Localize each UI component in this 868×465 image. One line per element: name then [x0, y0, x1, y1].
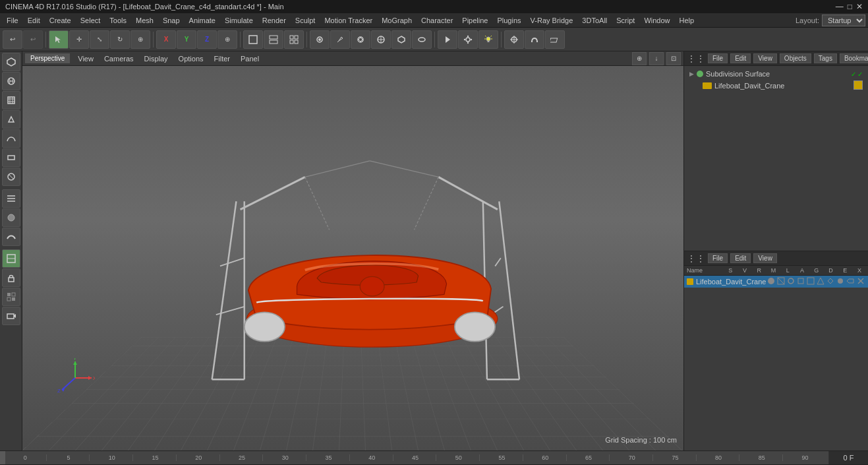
menu-render[interactable]: Render	[258, 15, 290, 26]
menu-edit[interactable]: Edit	[24, 15, 44, 26]
obj-file-btn[interactable]: File	[708, 53, 728, 63]
redo-button[interactable]: ↩	[23, 30, 43, 49]
menu-3dtoall[interactable]: 3DToAll	[578, 15, 611, 26]
viewport-icon-move[interactable]: ⊕	[632, 52, 647, 65]
left-paint-button[interactable]	[2, 91, 20, 109]
view-menu-view[interactable]: View	[75, 53, 96, 64]
undo-button[interactable]: ↩	[3, 30, 22, 49]
render-viewport-button[interactable]	[438, 30, 457, 49]
workplane-button[interactable]	[545, 30, 565, 49]
shape-button[interactable]	[391, 30, 411, 49]
rotate-button[interactable]: ↻	[110, 30, 130, 49]
scene-header: Name S V R M L A G D E X	[684, 266, 868, 276]
obj-item-subdivision[interactable]: ▶ Subdivision Surface ✓ ✓	[687, 69, 865, 79]
menu-animate[interactable]: Animate	[185, 15, 219, 26]
free-transform-button[interactable]: ⊕	[130, 30, 150, 49]
menu-pipeline[interactable]: Pipeline	[458, 15, 492, 26]
tools-group	[310, 30, 432, 49]
select-mode-button[interactable]	[49, 30, 69, 49]
menu-create[interactable]: Create	[45, 15, 75, 26]
menu-tools[interactable]: Tools	[105, 15, 130, 26]
transform-button[interactable]	[371, 30, 391, 49]
left-object-button[interactable]	[2, 110, 20, 129]
view-menu-filter[interactable]: Filter	[212, 53, 233, 64]
axis-x-button[interactable]: X	[156, 30, 176, 49]
menu-mograph[interactable]: MoGraph	[378, 15, 416, 26]
menu-script[interactable]: Script	[612, 15, 639, 26]
perspective-label[interactable]: Perspective	[25, 53, 70, 63]
window-controls: — □ ✕	[836, 2, 863, 11]
menu-file[interactable]: File	[3, 15, 22, 26]
view-menu-display[interactable]: Display	[142, 53, 171, 64]
viewport-4-button[interactable]	[284, 30, 304, 49]
viewport-3d[interactable]: X Y Z Grid Spacing : 100 cm	[22, 66, 683, 450]
left-render2-button[interactable]	[2, 208, 20, 227]
menu-window[interactable]: Window	[640, 15, 674, 26]
obj-check-1: ✓	[851, 71, 856, 78]
obj-folder-icon	[703, 82, 712, 89]
scene-canvas: X Y Z Grid Spacing : 100 cm	[22, 66, 683, 450]
magnet-button[interactable]	[525, 30, 544, 49]
brush-button[interactable]	[351, 30, 370, 49]
axis-z-button[interactable]: Z	[197, 30, 217, 49]
close-button[interactable]: ✕	[856, 2, 863, 11]
menu-motion-tracker[interactable]: Motion Tracker	[320, 15, 376, 26]
left-spline-button[interactable]	[2, 129, 20, 148]
pen-button[interactable]	[330, 30, 350, 49]
scene-col-g	[826, 277, 836, 286]
left-deform-button[interactable]	[2, 148, 20, 167]
menu-help[interactable]: Help	[676, 15, 699, 26]
obj-tags-btn[interactable]: Tags	[814, 53, 837, 63]
menu-snap[interactable]: Snap	[159, 15, 184, 26]
snap-button[interactable]	[504, 30, 524, 49]
obj-bookmarks-btn[interactable]: Bookmarks	[840, 53, 868, 63]
obj-objects-btn[interactable]: Objects	[780, 53, 811, 63]
view-menu-panel[interactable]: Panel	[238, 53, 262, 64]
scene-file-btn[interactable]: File	[708, 253, 728, 263]
svg-rect-48	[9, 278, 14, 282]
viewport-icon-down[interactable]: ↓	[649, 52, 664, 65]
camera-button[interactable]	[310, 30, 330, 49]
menu-select[interactable]: Select	[76, 15, 105, 26]
left-active-tool[interactable]	[2, 249, 20, 268]
render-settings-button[interactable]	[458, 30, 478, 49]
scene-row-lifeboat[interactable]: Lifeboat_Davit_Crane	[684, 276, 868, 288]
scene-edit-btn[interactable]: Edit	[730, 253, 751, 263]
left-model-button[interactable]	[2, 53, 20, 71]
scene-view-btn[interactable]: View	[753, 253, 777, 263]
maximize-button[interactable]: □	[848, 2, 852, 11]
left-lock-button[interactable]	[2, 268, 20, 287]
move-button[interactable]: ✛	[69, 30, 89, 49]
menu-mesh[interactable]: Mesh	[132, 15, 158, 26]
col-x: X	[854, 267, 865, 274]
left-grid2-button[interactable]	[2, 288, 20, 306]
obj-view-btn[interactable]: View	[753, 53, 777, 63]
layout-dropdown[interactable]: Startup	[822, 15, 865, 26]
menu-vray[interactable]: V-Ray Bridge	[527, 15, 577, 26]
menu-simulate[interactable]: Simulate	[221, 15, 257, 26]
obj-edit-btn[interactable]: Edit	[730, 53, 751, 63]
left-sculpt-button[interactable]	[2, 228, 20, 246]
left-array-button[interactable]	[2, 189, 20, 208]
minimize-button[interactable]: —	[836, 2, 844, 11]
scale-button[interactable]: ⤡	[90, 30, 109, 49]
left-camera2-button[interactable]	[2, 307, 20, 325]
viewport-1-button[interactable]	[243, 30, 263, 49]
timeline[interactable]: 0 5 10 15 20 25 30 35 40 45 50 55 60 65 …	[0, 450, 868, 465]
obj-item-lifeboat[interactable]: Lifeboat_Davit_Crane	[697, 79, 865, 92]
axis-all-button[interactable]: ⊕	[217, 30, 237, 49]
menu-plugins[interactable]: Plugins	[493, 15, 525, 26]
left-null-button[interactable]	[2, 168, 20, 186]
left-texture-button[interactable]	[2, 72, 20, 90]
menu-character[interactable]: Character	[417, 15, 457, 26]
menu-sculpt[interactable]: Sculpt	[291, 15, 320, 26]
viewport-icon-fullscreen[interactable]: ⊡	[666, 52, 681, 65]
view-menu-cameras[interactable]: Cameras	[101, 53, 136, 64]
app-title: CINEMA 4D R17.016 Studio (R17) - [Lifebo…	[5, 3, 284, 11]
deform-button[interactable]	[412, 30, 432, 49]
timeline-playhead[interactable]	[0, 451, 5, 464]
axis-y-button[interactable]: Y	[177, 30, 196, 49]
view-menu-options[interactable]: Options	[176, 53, 206, 64]
viewport-2h-button[interactable]	[264, 30, 283, 49]
light-button[interactable]	[478, 30, 498, 49]
